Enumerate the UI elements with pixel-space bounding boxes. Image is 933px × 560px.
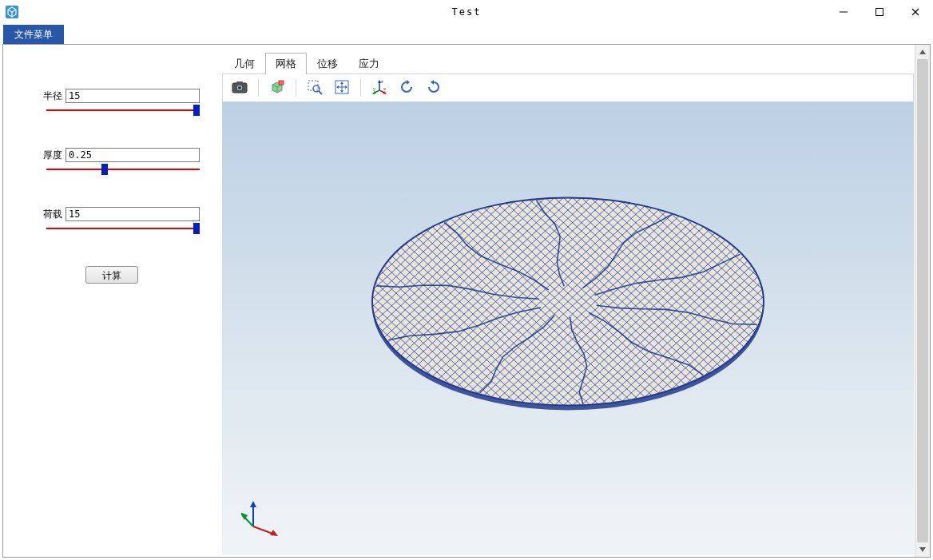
svg-text:x: x <box>383 86 386 91</box>
load-slider-track <box>46 228 200 229</box>
vertical-scrollbar[interactable] <box>915 45 930 557</box>
svg-text:z: z <box>381 79 383 84</box>
load-input[interactable] <box>66 207 200 221</box>
axes-icon: z x y <box>371 79 387 97</box>
scroll-up-button[interactable] <box>915 45 930 59</box>
radius-label: 半径 <box>35 89 62 103</box>
viewport-3d[interactable] <box>222 102 914 555</box>
toolbar-separator <box>360 79 361 97</box>
content-area: 半径 厚度 荷载 计算 <box>3 45 915 557</box>
rotate-ccw-button[interactable] <box>395 77 419 99</box>
radius-input[interactable] <box>66 89 200 103</box>
zoom-box-icon <box>307 79 323 97</box>
radius-row: 半径 <box>3 89 220 103</box>
tab-displacement[interactable]: 位移 <box>307 53 348 74</box>
svg-rect-9 <box>279 81 284 85</box>
load-label: 荷载 <box>35 208 62 221</box>
scroll-down-button[interactable] <box>915 542 930 557</box>
rotate-ccw-icon <box>399 79 415 97</box>
svg-rect-6 <box>236 81 243 84</box>
toolbar-separator <box>258 79 259 97</box>
app-icon <box>5 5 19 19</box>
tab-mesh[interactable]: 网格 <box>265 53 307 74</box>
window-controls <box>825 0 933 24</box>
mesh-disc <box>352 181 784 439</box>
camera-icon <box>232 81 248 96</box>
thickness-slider-thumb[interactable] <box>101 164 108 175</box>
rotate-cw-icon <box>426 79 442 97</box>
zoom-box-button[interactable] <box>303 77 327 99</box>
pan-icon <box>334 79 350 97</box>
window-title: Test <box>0 6 933 18</box>
viewer-toolbar: z x y <box>222 73 914 102</box>
load-slider[interactable] <box>46 223 200 234</box>
thickness-slider-track <box>46 169 200 170</box>
thickness-input[interactable] <box>66 148 200 162</box>
calculate-button[interactable]: 计算 <box>85 266 138 284</box>
parameters-panel: 半径 厚度 荷载 计算 <box>3 45 220 557</box>
radius-slider-thumb[interactable] <box>193 105 200 116</box>
scroll-track[interactable] <box>915 59 930 542</box>
svg-text:y: y <box>373 86 375 91</box>
radius-slider-track <box>46 109 200 111</box>
axis-triad-icon <box>241 496 281 536</box>
app-frame: 半径 厚度 荷载 计算 <box>2 44 931 558</box>
minimize-button[interactable] <box>825 0 861 24</box>
pan-button[interactable] <box>330 77 354 99</box>
radius-slider[interactable] <box>46 105 200 116</box>
file-menu[interactable]: 文件菜单 <box>3 25 64 44</box>
menu-bar: 文件菜单 <box>0 25 933 45</box>
tab-geometry[interactable]: 几何 <box>224 53 265 74</box>
select-mode-button[interactable] <box>265 77 289 99</box>
title-bar: Test <box>0 0 933 25</box>
thickness-slider[interactable] <box>46 164 200 175</box>
scroll-thumb[interactable] <box>917 59 928 542</box>
svg-line-12 <box>319 91 322 94</box>
svg-point-8 <box>238 86 241 89</box>
tab-bar: 几何 网格 位移 应力 <box>220 53 915 73</box>
thickness-row: 厚度 <box>3 148 220 162</box>
load-row: 荷载 <box>3 207 220 221</box>
thickness-label: 厚度 <box>35 149 62 162</box>
rotate-cw-button[interactable] <box>422 77 446 99</box>
load-slider-thumb[interactable] <box>193 223 200 234</box>
screenshot-button[interactable] <box>228 77 252 99</box>
toolbar-separator <box>296 79 296 97</box>
svg-point-11 <box>313 85 320 92</box>
tab-stress[interactable]: 应力 <box>348 53 390 74</box>
maximize-button[interactable] <box>861 0 897 24</box>
cube-select-icon <box>269 79 285 97</box>
close-button[interactable] <box>897 0 933 24</box>
main-viewer: 几何 网格 位移 应力 <box>220 45 915 557</box>
svg-rect-2 <box>875 9 883 16</box>
toggle-axes-button[interactable]: z x y <box>367 77 391 99</box>
